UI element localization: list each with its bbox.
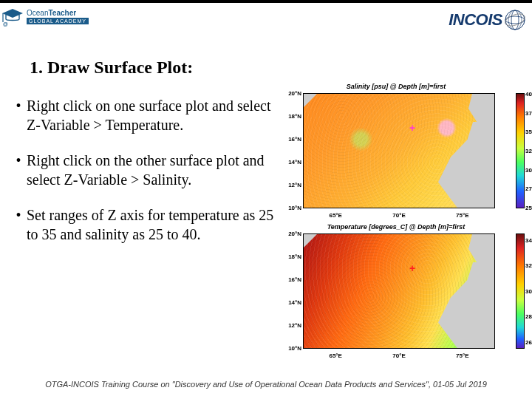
salinity-plot: Salinity [psu] @ Depth [m]=first 20°N 18…: [282, 83, 532, 220]
cbtick: 25: [525, 205, 532, 211]
bullet-text: Right click on one surface plot and sele…: [27, 96, 276, 134]
cbtick: 35: [525, 129, 532, 135]
ytick: 10°N: [282, 345, 301, 352]
cbtick: 27.5: [525, 185, 532, 192]
cbtick: 26: [525, 339, 532, 346]
list-item: • Right click on one surface plot and se…: [10, 96, 276, 134]
marker-cross-icon: +: [409, 262, 415, 274]
page-title: 1. Draw Surface Plot:: [30, 58, 193, 78]
ytick: 20°N: [282, 90, 301, 97]
cbtick: 37.5: [525, 109, 532, 116]
list-item: • Right click on the other surface plot …: [10, 151, 276, 189]
marker-cross-icon: +: [409, 122, 415, 134]
temperature-plot: Temperature [degrees_C] @ Depth [m]=firs…: [282, 223, 532, 361]
ytick: 12°N: [282, 322, 301, 329]
xtick: 70°E: [392, 212, 405, 219]
xtick: 70°E: [392, 352, 405, 359]
svg-text:@: @: [3, 21, 8, 27]
ytick: 18°N: [282, 253, 301, 260]
oceanteacher-logo: @ OceanTeacher GLOBAL ACADEMY: [1, 7, 89, 27]
bullet-text: Set ranges of Z axis for temperature as …: [27, 205, 276, 244]
xtick: 65°E: [329, 352, 341, 359]
bullet-text: Right click on the other surface plot an…: [27, 151, 276, 189]
ytick: 14°N: [282, 159, 301, 166]
incois-logo: INCOIS: [449, 9, 526, 31]
ytick: 20°N: [282, 231, 301, 237]
figures: Salinity [psu] @ Depth [m]=first 20°N 18…: [282, 83, 532, 364]
cbtick: 34: [525, 236, 532, 243]
plot-title: Salinity [psu] @ Depth [m]=first: [282, 83, 510, 90]
logo-subtitle: GLOBAL ACADEMY: [27, 18, 89, 24]
cbtick: 32.5: [525, 148, 532, 154]
ytick: 16°N: [282, 136, 301, 143]
ytick: 14°N: [282, 299, 301, 306]
oceanteacher-text: OceanTeacher GLOBAL ACADEMY: [27, 10, 89, 24]
xtick: 75°E: [456, 352, 468, 359]
incois-word: INCOIS: [449, 10, 502, 30]
cbtick: 30: [525, 288, 532, 295]
cbtick: 28: [525, 313, 532, 319]
plot-axes: +: [303, 93, 495, 208]
header: @ OceanTeacher GLOBAL ACADEMY INCOIS: [0, 0, 532, 41]
colorbar: 34 32 30 28 26: [516, 233, 525, 349]
logo-word-1: Ocean: [27, 9, 48, 17]
logo-word-2: Teacher: [48, 9, 76, 17]
plot-axes: +: [303, 233, 495, 349]
ytick: 10°N: [282, 205, 301, 211]
xtick: 65°E: [329, 212, 341, 219]
footer-text: OTGA-INCOIS Training Course on "Discover…: [0, 380, 532, 389]
globe-icon: [504, 9, 526, 31]
cbtick: 30: [525, 166, 532, 173]
plot-title: Temperature [degrees_C] @ Depth [m]=firs…: [282, 223, 510, 231]
list-item: • Set ranges of Z axis for temperature a…: [10, 205, 276, 244]
cbtick: 32: [525, 262, 532, 268]
grad-cap-icon: @: [1, 7, 24, 27]
ytick: 12°N: [282, 182, 301, 188]
colorbar: 40 37.5 35 32.5 30 27.5 25: [516, 93, 525, 208]
svg-point-5: [511, 10, 519, 30]
ytick: 16°N: [282, 276, 301, 283]
xtick: 75°E: [456, 212, 468, 219]
ytick: 18°N: [282, 113, 301, 120]
svg-marker-0: [2, 9, 23, 18]
cbtick: 40: [525, 91, 532, 98]
svg-point-6: [508, 10, 522, 30]
bullet-list: • Right click on one surface plot and se…: [10, 96, 276, 260]
